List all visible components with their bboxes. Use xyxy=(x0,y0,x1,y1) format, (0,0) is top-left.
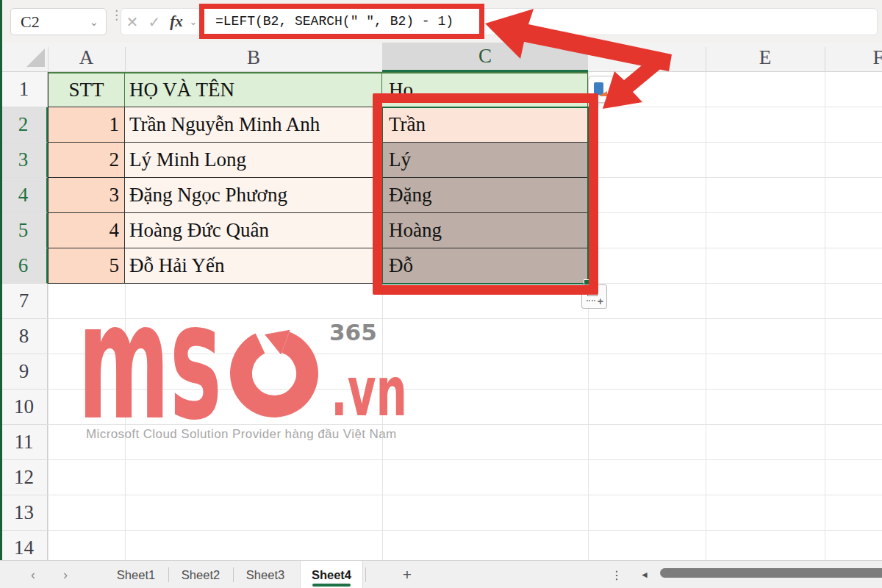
range-highlight-annotation xyxy=(373,93,598,295)
chevron-down-icon[interactable]: ⌄ xyxy=(89,15,106,29)
sheet-nav-prev-icon[interactable]: ‹ xyxy=(22,561,44,588)
cell-a4[interactable]: 3 xyxy=(48,178,125,213)
gridline-vertical xyxy=(825,72,825,560)
row-header-11[interactable]: 11 xyxy=(0,425,48,460)
select-all-icon[interactable] xyxy=(26,49,45,67)
formula-bar: C2 ⌄ ⋮ ✕ ✓ fx ⌄ =LEFT(B2, SEARCH(" ", B2… xyxy=(0,0,882,43)
window-edge xyxy=(0,0,2,560)
tab-sheet1[interactable]: Sheet1 xyxy=(104,561,168,588)
add-sheet-button[interactable]: + xyxy=(395,561,419,588)
row-header-column: 1 2 3 4 5 6 7 8 9 10 11 12 13 14 xyxy=(0,72,48,560)
row-header-7[interactable]: 7 xyxy=(0,284,48,319)
row-header-3[interactable]: 3 xyxy=(0,143,48,178)
horizontal-scrollbar[interactable] xyxy=(660,568,882,578)
cell-b3[interactable]: Lý Minh Long xyxy=(125,143,382,178)
name-box[interactable]: C2 ⌄ xyxy=(10,8,107,35)
column-header-b[interactable]: B xyxy=(125,43,382,72)
cell-a3[interactable]: 2 xyxy=(48,143,125,178)
formula-text[interactable]: =LEFT(B2, SEARCH(" ", B2) - 1) xyxy=(204,14,453,29)
row-header-13[interactable]: 13 xyxy=(0,495,48,531)
column-header-a[interactable]: A xyxy=(48,43,125,72)
row-header-1[interactable]: 1 xyxy=(0,72,48,107)
row-header-10[interactable]: 10 xyxy=(0,390,48,425)
watermark: ms .vn 365 Microsoft Cloud Solution Prov… xyxy=(74,312,426,448)
autofill-icon-dashes xyxy=(587,300,595,301)
cell-a5[interactable]: 4 xyxy=(48,213,125,248)
column-header-e[interactable]: E xyxy=(706,43,825,72)
cell-b2[interactable]: Trần Nguyễn Minh Anh xyxy=(125,107,382,143)
insert-function-icon[interactable]: fx xyxy=(165,12,187,31)
active-tab-underline xyxy=(312,584,351,587)
row-header-12[interactable]: 12 xyxy=(0,460,48,495)
row-header-9[interactable]: 9 xyxy=(0,354,48,390)
row-header-8[interactable]: 8 xyxy=(0,319,48,354)
tab-menu-icon[interactable]: ⋮ xyxy=(609,561,625,588)
logo-ms-text: ms xyxy=(78,312,222,426)
logo-365-badge: 365 xyxy=(329,319,377,345)
scroll-left-icon[interactable]: ◄ xyxy=(637,561,653,588)
cell-b5[interactable]: Hoàng Đức Quân xyxy=(125,213,382,248)
enter-icon[interactable]: ✓ xyxy=(143,13,165,31)
logo-vn-text: .vn xyxy=(331,353,407,426)
row-header-2[interactable]: 2 xyxy=(0,107,48,143)
gridline-vertical xyxy=(706,72,706,560)
row-header-6[interactable]: 6 xyxy=(0,248,48,284)
column-header-row: A B C D E F xyxy=(0,43,882,72)
tab-divider xyxy=(365,567,366,582)
cell-b4[interactable]: Đặng Ngọc Phương xyxy=(125,178,382,213)
cell-b1[interactable]: HỌ VÀ TÊN xyxy=(125,72,382,107)
tab-sheet2[interactable]: Sheet2 xyxy=(169,561,232,588)
column-header-c-selected[interactable]: C xyxy=(382,43,588,72)
cell-a6[interactable]: 5 xyxy=(48,248,125,284)
watermark-tagline: Microsoft Cloud Solution Provider hàng đ… xyxy=(86,427,397,442)
excel-window: C2 ⌄ ⋮ ✕ ✓ fx ⌄ =LEFT(B2, SEARCH(" ", B2… xyxy=(0,0,882,588)
cell-a2[interactable]: 1 xyxy=(48,107,125,143)
tab-sheet4-active[interactable]: Sheet4 xyxy=(300,561,363,588)
cell-a1[interactable]: STT xyxy=(48,72,125,107)
plus-icon: + xyxy=(598,296,603,306)
sheet-tab-bar: ‹ › Sheet1 Sheet2 Sheet3 Sheet4 + ⋮ ◄ xyxy=(0,560,882,588)
cancel-icon[interactable]: ✕ xyxy=(121,13,143,31)
mso-logo: ms .vn 365 xyxy=(74,312,426,426)
formula-highlight-annotation: =LEFT(B2, SEARCH(" ", B2) - 1) xyxy=(199,4,484,39)
tab-sheet4-label: Sheet4 xyxy=(312,568,351,582)
cell-b6[interactable]: Đỗ Hải Yến xyxy=(125,248,382,284)
row-header-5[interactable]: 5 xyxy=(0,213,48,248)
name-box-value: C2 xyxy=(11,12,89,32)
column-header-d[interactable]: D xyxy=(588,43,706,72)
row-header-4[interactable]: 4 xyxy=(0,178,48,213)
column-header-f[interactable]: F xyxy=(825,43,882,72)
logo-o-spiral xyxy=(241,343,307,406)
tab-sheet3[interactable]: Sheet3 xyxy=(234,561,297,588)
sheet-nav-next-icon[interactable]: › xyxy=(54,561,76,588)
chevron-down-icon[interactable]: ⌄ xyxy=(187,16,199,27)
